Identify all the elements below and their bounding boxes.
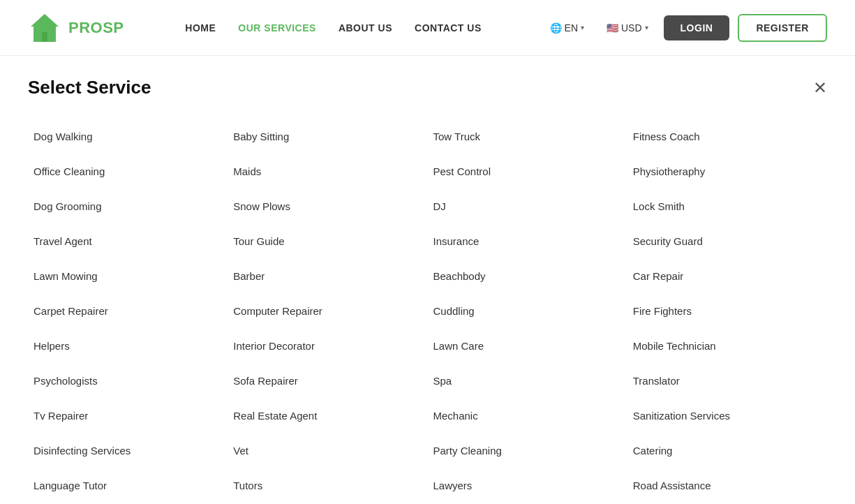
service-item[interactable]: Tv Repairer xyxy=(28,399,228,433)
service-item[interactable]: Travel Agent xyxy=(28,224,228,259)
service-item[interactable]: Car Repair xyxy=(627,259,827,294)
service-column-1: Baby SittingMaidsSnow PlowsTour GuideBar… xyxy=(228,119,427,503)
nav-about-us[interactable]: ABOUT US xyxy=(339,22,392,34)
currency-chevron-icon: ▾ xyxy=(645,24,648,31)
currency-flag: 🇺🇸 xyxy=(607,22,618,34)
service-item[interactable]: Beachbody xyxy=(428,259,627,294)
service-item[interactable]: Catering xyxy=(627,433,827,468)
currency-selector[interactable]: 🇺🇸 USD ▾ xyxy=(600,18,655,38)
service-item[interactable]: Translator xyxy=(627,364,827,399)
section-header: Select Service ✕ xyxy=(28,77,827,98)
nav-controls: 🌐 EN ▾ 🇺🇸 USD ▾ LOGIN REGISTER xyxy=(543,14,827,42)
service-item[interactable]: Fire Fighters xyxy=(627,294,827,329)
service-item[interactable]: Dog Walking xyxy=(28,119,228,154)
service-item[interactable]: Sofa Repairer xyxy=(228,364,427,399)
service-item[interactable]: Real Estate Agent xyxy=(228,399,427,433)
service-item[interactable]: Baby Sitting xyxy=(228,119,427,154)
services-grid: Dog WalkingOffice CleaningDog GroomingTr… xyxy=(28,119,827,503)
service-item[interactable]: Helpers xyxy=(28,329,228,364)
currency-label: USD xyxy=(621,22,642,34)
service-item[interactable]: Mechanic xyxy=(428,399,627,433)
lang-flag: 🌐 xyxy=(550,22,562,34)
nav-contact-us[interactable]: CONTACT US xyxy=(415,22,482,34)
service-item[interactable]: Cuddling xyxy=(428,294,627,329)
nav-our-services[interactable]: OUR SERVICES xyxy=(238,22,316,34)
lang-label: EN xyxy=(565,22,578,34)
language-selector[interactable]: 🌐 EN ▾ xyxy=(543,18,591,38)
service-item[interactable]: Party Cleaning xyxy=(428,433,627,468)
section-title: Select Service xyxy=(28,77,151,98)
service-item[interactable]: Road Assistance xyxy=(627,468,827,503)
service-item[interactable]: Carpet Repairer xyxy=(28,294,228,329)
main-nav: HOME OUR SERVICES ABOUT US CONTACT US xyxy=(185,22,481,34)
service-item[interactable]: Snow Plows xyxy=(228,189,427,224)
service-item[interactable]: Insurance xyxy=(428,224,627,259)
service-item[interactable]: Vet xyxy=(228,433,427,468)
svg-rect-1 xyxy=(42,32,47,42)
service-item[interactable]: Language Tutor xyxy=(28,468,228,503)
service-item[interactable]: Tour Guide xyxy=(228,224,427,259)
service-item[interactable]: Physiotheraphy xyxy=(627,154,827,189)
register-button[interactable]: REGISTER xyxy=(738,14,827,42)
service-item[interactable]: Office Cleaning xyxy=(28,154,228,189)
service-item[interactable]: Barber xyxy=(228,259,427,294)
service-item[interactable]: Tutors xyxy=(228,468,427,503)
service-column-2: Tow TruckPest ControlDJInsuranceBeachbod… xyxy=(428,119,627,503)
service-item[interactable]: Interior Decorator xyxy=(228,329,427,364)
logo[interactable]: PROSP xyxy=(28,11,124,45)
service-item[interactable]: Spa xyxy=(428,364,627,399)
logo-icon xyxy=(28,11,61,45)
service-item[interactable]: Disinfecting Services xyxy=(28,433,228,468)
service-item[interactable]: Psychologists xyxy=(28,364,228,399)
service-item[interactable]: Tow Truck xyxy=(428,119,627,154)
service-item[interactable]: Lawn Mowing xyxy=(28,259,228,294)
service-item[interactable]: Maids xyxy=(228,154,427,189)
service-column-3: Fitness CoachPhysiotheraphyLock SmithSec… xyxy=(627,119,827,503)
logo-text: PROSP xyxy=(68,19,124,37)
service-column-0: Dog WalkingOffice CleaningDog GroomingTr… xyxy=(28,119,228,503)
service-item[interactable]: Mobile Technician xyxy=(627,329,827,364)
header: PROSP HOME OUR SERVICES ABOUT US CONTACT… xyxy=(0,0,855,56)
lang-chevron-icon: ▾ xyxy=(581,24,584,31)
nav-home[interactable]: HOME xyxy=(185,22,216,34)
service-item[interactable]: Fitness Coach xyxy=(627,119,827,154)
service-item[interactable]: Sanitization Services xyxy=(627,399,827,433)
service-item[interactable]: DJ xyxy=(428,189,627,224)
service-item[interactable]: Lawn Care xyxy=(428,329,627,364)
main-content: Select Service ✕ Dog WalkingOffice Clean… xyxy=(0,56,855,504)
service-item[interactable]: Lawyers xyxy=(428,468,627,503)
login-button[interactable]: LOGIN xyxy=(664,15,730,40)
service-item[interactable]: Computer Repairer xyxy=(228,294,427,329)
service-item[interactable]: Pest Control xyxy=(428,154,627,189)
service-item[interactable]: Security Guard xyxy=(627,224,827,259)
close-button[interactable]: ✕ xyxy=(813,80,827,96)
service-item[interactable]: Lock Smith xyxy=(627,189,827,224)
service-item[interactable]: Dog Grooming xyxy=(28,189,228,224)
